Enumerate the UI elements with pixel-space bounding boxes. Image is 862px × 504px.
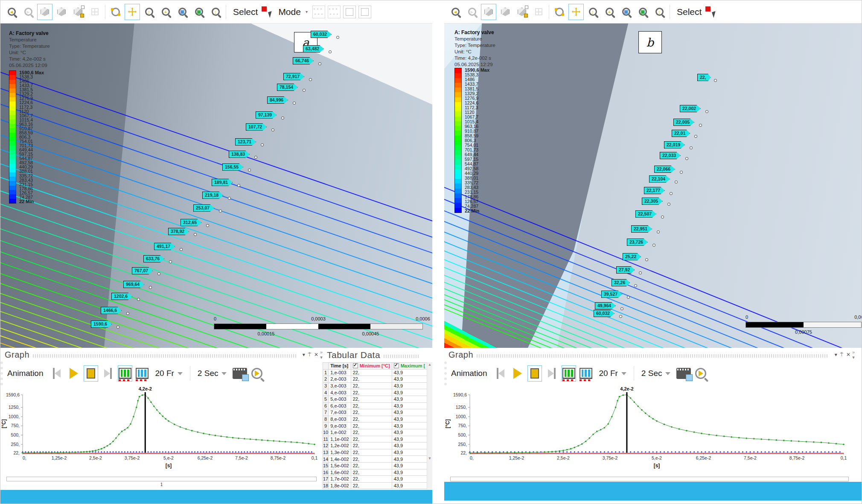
table-row[interactable]: 22,e-00322,43,9 bbox=[323, 376, 427, 383]
table-row[interactable]: 141,4e-00222,43,9 bbox=[323, 456, 427, 463]
play-button[interactable] bbox=[67, 365, 81, 382]
temperature-tag[interactable]: 22,104 bbox=[649, 175, 670, 183]
select-cursor-icon[interactable] bbox=[262, 6, 273, 17]
temperature-tag[interactable]: 39,527 bbox=[601, 291, 622, 298]
temperature-tag[interactable]: 219,18 bbox=[202, 192, 223, 199]
stop-button[interactable] bbox=[84, 365, 98, 382]
graph-scroll-chevrons[interactable]: »▾ bbox=[852, 350, 855, 360]
iso-view-icon[interactable] bbox=[481, 4, 496, 20]
frames-dropdown[interactable]: 20 Fr bbox=[596, 365, 630, 382]
step-first-button[interactable] bbox=[50, 365, 64, 382]
temperature-tag[interactable]: 378,92 bbox=[168, 228, 189, 235]
dropdown-icon[interactable]: ▾ bbox=[303, 352, 305, 358]
timeline-track[interactable] bbox=[450, 477, 849, 481]
temperature-tag[interactable]: 84,996 bbox=[267, 96, 288, 104]
shaded-view-icon[interactable] bbox=[498, 4, 513, 20]
step-first-button[interactable] bbox=[493, 365, 508, 382]
temperature-tag[interactable]: 22,005 bbox=[673, 119, 694, 126]
viewport-layout-icon[interactable] bbox=[531, 4, 546, 20]
step-last-button[interactable] bbox=[101, 365, 115, 382]
table-row[interactable]: 111,1e-00222,43,9 bbox=[323, 436, 427, 443]
temperature-tag[interactable]: 22,019 bbox=[664, 141, 685, 149]
table-row[interactable]: 55,e-00322,43,9 bbox=[323, 396, 427, 402]
min-checkbox[interactable] bbox=[353, 363, 358, 368]
table-row[interactable]: 77,e-00322,43,9 bbox=[323, 409, 427, 416]
temperature-tag[interactable]: 253,07 bbox=[193, 204, 214, 212]
shaded-view-icon[interactable] bbox=[54, 4, 69, 20]
table-row[interactable]: 181,8e-00222,43,9 bbox=[323, 482, 427, 489]
stop-button[interactable] bbox=[527, 365, 542, 382]
column-header[interactable]: Maximum [ bbox=[392, 363, 427, 370]
temperature-tag[interactable]: 22,01 bbox=[672, 130, 690, 137]
close-icon[interactable]: ✕ bbox=[314, 352, 318, 358]
select-vertex-icon[interactable] bbox=[312, 6, 325, 18]
temperature-tag[interactable]: 633,76 bbox=[143, 255, 164, 262]
orbit-icon[interactable] bbox=[552, 4, 567, 20]
play-button[interactable] bbox=[510, 365, 525, 382]
temperature-tag[interactable]: 767,07 bbox=[132, 267, 153, 274]
zoom-redo-icon[interactable]: ► bbox=[20, 4, 36, 20]
result-frames-icon[interactable] bbox=[562, 365, 576, 382]
zoom-target-icon[interactable]: ▣ bbox=[635, 4, 650, 20]
iso-view-icon[interactable] bbox=[37, 4, 52, 20]
table-row[interactable]: 101,e-00222,43,9 bbox=[323, 429, 427, 436]
temperature-tag[interactable]: 22,033 bbox=[660, 152, 681, 159]
orbit-icon[interactable] bbox=[108, 4, 123, 20]
pan-icon[interactable] bbox=[125, 4, 140, 20]
zoom-extents-icon[interactable]: ↕ bbox=[208, 4, 223, 20]
timeline-track[interactable] bbox=[6, 477, 317, 481]
seconds-dropdown[interactable]: 2 Sec bbox=[638, 365, 674, 382]
select-edge-icon[interactable] bbox=[328, 6, 341, 18]
view-manager-icon[interactable] bbox=[514, 4, 530, 20]
temperature-tag[interactable]: 78,154 bbox=[277, 84, 298, 91]
select-label[interactable]: Select bbox=[677, 7, 702, 17]
temperature-tag[interactable]: 312,65 bbox=[181, 219, 201, 226]
tabular-data-table[interactable]: Time [s]Minimum [°C]Maximum [11,e-00322,… bbox=[323, 362, 427, 489]
table-row[interactable]: 66,e-00322,43,9 bbox=[323, 402, 427, 409]
temperature-tag[interactable]: 66,746 bbox=[293, 57, 314, 64]
select-lasso-icon[interactable] bbox=[358, 6, 371, 18]
pin-icon[interactable]: ⍑ bbox=[840, 352, 843, 358]
temperature-chart[interactable]: 1590,61250,1000,750,500,250,22,0,1,25e-2… bbox=[0, 385, 320, 473]
mode-caret-icon[interactable]: ▾ bbox=[306, 9, 308, 14]
temperature-tag[interactable]: 969,64 bbox=[123, 281, 144, 288]
time-frames-icon[interactable] bbox=[579, 365, 593, 382]
temperature-tag[interactable]: 22,507 bbox=[635, 210, 656, 218]
zoom-target-icon[interactable]: ▣ bbox=[191, 4, 207, 20]
temperature-tag[interactable]: 97,139 bbox=[256, 111, 277, 119]
temperature-tag[interactable]: 25,22 bbox=[623, 253, 641, 260]
temperature-tag[interactable]: 123,71 bbox=[235, 138, 256, 146]
temperature-tag[interactable]: 22,002 bbox=[680, 105, 701, 112]
step-last-button[interactable] bbox=[545, 365, 559, 382]
seconds-dropdown[interactable]: 2 Sec bbox=[194, 365, 230, 382]
zoom-history-button[interactable] bbox=[250, 365, 264, 382]
column-header[interactable]: Time [s] bbox=[329, 363, 351, 370]
zoom-fit-icon[interactable]: ↕ bbox=[585, 4, 600, 20]
table-row[interactable]: 88,e-00322,43,9 bbox=[323, 416, 427, 422]
zoom-extents-icon[interactable]: ↕ bbox=[652, 4, 667, 20]
table-row[interactable]: 99,e-00322,43,9 bbox=[323, 422, 427, 429]
temperature-tag[interactable]: 27,92 bbox=[616, 266, 635, 274]
temperature-tag[interactable]: 22, bbox=[697, 74, 711, 81]
select-label[interactable]: Select bbox=[233, 7, 258, 17]
export-video-button[interactable] bbox=[676, 365, 691, 382]
zoom-area-icon[interactable]: ▣ bbox=[175, 4, 190, 20]
column-header[interactable] bbox=[323, 363, 329, 370]
pin-icon[interactable]: ⍑ bbox=[308, 352, 311, 358]
table-row[interactable]: 121,2e-00222,43,9 bbox=[323, 443, 427, 449]
chart-area[interactable]: 1590,61250,1000,750,500,250,22,0,1,25e-2… bbox=[444, 385, 855, 475]
table-row[interactable]: 44,e-00322,43,9 bbox=[323, 389, 427, 396]
close-icon[interactable]: ✕ bbox=[846, 352, 850, 358]
temperature-tag[interactable]: 22,305 bbox=[642, 198, 663, 205]
temperature-tag[interactable]: 22,951 bbox=[631, 225, 652, 233]
temperature-tag[interactable]: 491,17 bbox=[154, 243, 175, 250]
table-row[interactable]: 171,7e-00222,43,9 bbox=[323, 476, 427, 483]
viewport-3d-a[interactable]: A: Factory valve Temperature Type: Tempe… bbox=[0, 23, 432, 348]
table-row[interactable]: 33,e-00322,43,9 bbox=[323, 382, 427, 389]
temperature-tag[interactable]: 49,964 bbox=[595, 302, 616, 309]
select-cursor-icon[interactable] bbox=[705, 6, 716, 17]
temperature-tag[interactable]: 63,482 bbox=[303, 45, 324, 52]
table-row[interactable]: 161,6e-00222,43,9 bbox=[323, 469, 427, 476]
frames-dropdown[interactable]: 20 Fr bbox=[152, 365, 186, 382]
timeline-slider[interactable]: 1 bbox=[6, 476, 317, 487]
